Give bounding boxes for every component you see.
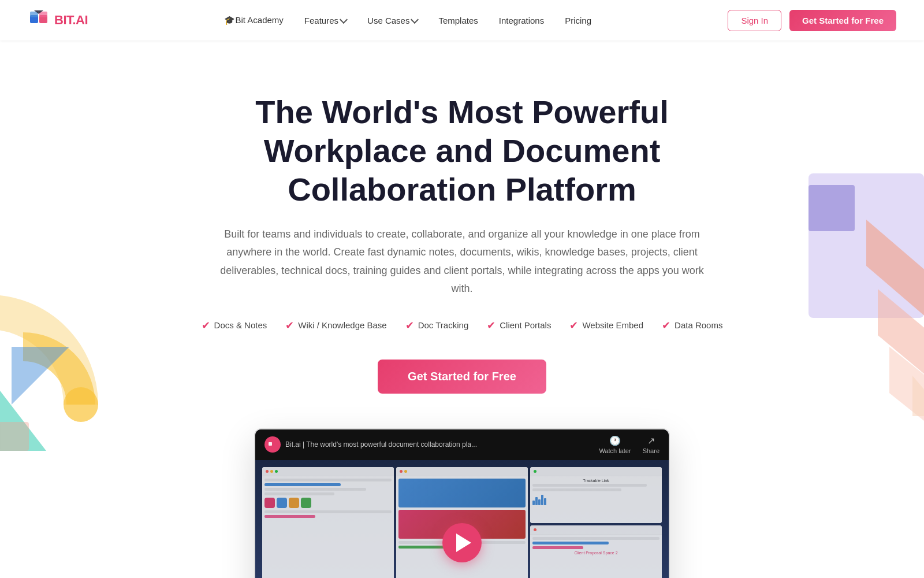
dot-yellow [270,470,273,473]
feature-client-portals: ✔ Client Portals [487,319,551,332]
nav-academy[interactable]: 🎓Bit Academy [224,15,283,25]
feature-website-embed: ✔ Website Embed [569,319,643,332]
check-docs-icon: ✔ [202,319,210,332]
logo[interactable]: BIT.AI [28,9,88,31]
logo-icon [28,9,50,31]
dot-red [266,470,269,473]
app-icon-3 [289,498,299,508]
dot-yellow-2 [404,470,407,473]
dot-red-2 [400,470,403,473]
logo-text: BIT.AI [54,13,88,28]
video-actions: 🕐 Watch later ↗ Share [599,435,660,454]
nav-features[interactable]: Features [304,16,346,25]
video-content: Trackable Link [255,460,669,578]
use-cases-chevron-icon [411,15,419,23]
screenshot-portal: Client Proposal Space 2 [530,525,662,578]
nav-links: 🎓Bit Academy Features Use Cases Template… [224,15,591,25]
screenshot-workspace [262,467,394,578]
video-title: Bit.ai | The world's most powerful docum… [285,440,477,449]
check-embed-icon: ✔ [569,319,578,332]
nav-actions: Sign In Get Started for Free [728,10,896,31]
get-started-nav-button[interactable]: Get Started for Free [789,10,896,31]
video-top-bar: Bit.ai | The world's most powerful docum… [255,429,669,460]
features-list: ✔ Docs & Notes ✔ Wiki / Knowledge Base ✔… [12,319,912,332]
play-button[interactable] [442,523,482,562]
svg-rect-16 [273,442,277,446]
feature-data-rooms: ✔ Data Rooms [662,319,722,332]
hero-content: The World's Most Powerful Workplace and … [12,92,912,578]
screenshot-col-1 [262,467,394,578]
share-action[interactable]: ↗ Share [643,435,660,454]
svg-rect-15 [269,442,272,446]
hero-section: The World's Most Powerful Workplace and … [0,40,924,578]
doc-preview-1 [398,479,526,507]
hero-description: Built for teams and individuals to creat… [214,225,710,298]
screen-header-2 [396,467,528,476]
app-icon-2 [277,498,287,508]
clock-icon: 🕐 [599,435,631,446]
video-channel-info: Bit.ai | The world's most powerful docum… [264,436,477,453]
watch-later-action[interactable]: 🕐 Watch later [599,435,631,454]
signin-button[interactable]: Sign In [728,10,781,31]
app-icon-4 [301,498,311,508]
app-icons-row [264,498,392,508]
screen-body-1 [262,476,394,578]
feature-doc-tracking: ✔ Doc Tracking [405,319,469,332]
app-icon-1 [264,498,275,508]
share-icon: ↗ [643,435,660,446]
features-chevron-icon [340,15,348,23]
video-container[interactable]: Bit.ai | The world's most powerful docum… [254,428,670,578]
nav-use-cases[interactable]: Use Cases [367,16,418,25]
nav-integrations[interactable]: Integrations [499,16,544,25]
check-rooms-icon: ✔ [662,319,670,332]
screenshot-tracking: Trackable Link [530,467,662,523]
screen-header-1 [262,467,394,476]
mini-chart [532,494,660,505]
get-started-hero-button[interactable]: Get Started for Free [378,360,546,394]
check-tracking-icon: ✔ [405,319,414,332]
channel-logo [264,436,281,453]
check-portals-icon: ✔ [487,319,495,332]
dot-red-4 [534,528,536,531]
feature-wiki: ✔ Wiki / Knowledge Base [285,319,386,332]
navbar: BIT.AI 🎓Bit Academy Features Use Cases T… [0,0,924,40]
nav-pricing[interactable]: Pricing [565,16,591,25]
screen-header-3 [530,467,662,476]
nav-templates[interactable]: Templates [438,16,478,25]
screenshot-col-3: Trackable Link [530,467,662,578]
screen-header-4 [530,525,662,535]
trackable-link-label: Trackable Link [532,479,660,483]
video-placeholder: Bit.ai | The world's most powerful docum… [255,429,669,578]
screen-body-3: Trackable Link [530,476,662,523]
check-wiki-icon: ✔ [285,319,294,332]
feature-docs: ✔ Docs & Notes [202,319,267,332]
hero-heading: The World's Most Powerful Workplace and … [214,92,710,209]
screen-body-4: Client Proposal Space 2 [530,535,662,578]
dot-green-3 [534,470,536,473]
proposal-label: Client Proposal Space 2 [532,551,660,555]
dot-green [275,470,278,473]
